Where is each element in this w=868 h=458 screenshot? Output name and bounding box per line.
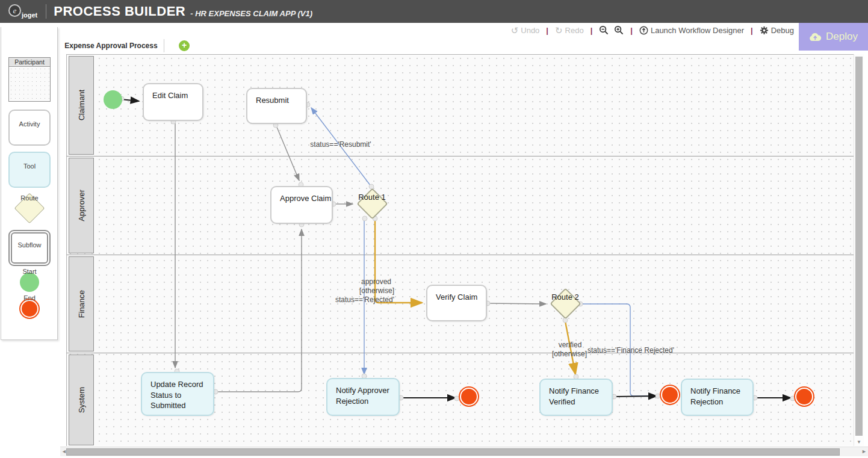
edge-label-finance-rejected-condition: status=='Finance Rejected' bbox=[587, 346, 674, 354]
node-end-1[interactable] bbox=[460, 388, 478, 406]
horizontal-scrollbar-thumb[interactable] bbox=[66, 448, 840, 456]
node-notify-approver-rejection[interactable]: Notify Approver Rejection bbox=[326, 378, 400, 416]
palette-item-end[interactable]: End bbox=[8, 294, 51, 324]
node-edit-claim[interactable]: Edit Claim bbox=[143, 83, 203, 121]
participant-shape bbox=[9, 67, 50, 101]
node-update-record-status[interactable]: Update Record Status to Submitted bbox=[141, 372, 214, 416]
zoom-in-icon bbox=[614, 25, 624, 35]
launch-workflow-designer-button[interactable]: Launch Workflow Designer bbox=[639, 26, 744, 35]
node-verify-claim[interactable]: Verify Claim bbox=[426, 285, 487, 321]
node-start[interactable] bbox=[104, 90, 122, 109]
undo-icon: ↺ bbox=[511, 26, 519, 35]
zoom-in-button[interactable] bbox=[614, 25, 624, 35]
palette-participant-label: Participant bbox=[9, 58, 50, 67]
joget-logo: e joget bbox=[8, 4, 37, 19]
node-end-3[interactable] bbox=[795, 388, 813, 406]
edge-label-rejected-condition: status=='Rejected' bbox=[335, 296, 394, 304]
lane-header-finance[interactable]: Finance bbox=[69, 256, 94, 351]
palette-item-start[interactable]: Start bbox=[8, 268, 51, 296]
launch-icon bbox=[639, 26, 648, 35]
end-circle-shape bbox=[20, 300, 39, 318]
app-subtitle: - HR EXPENSES CLAIM APP (V1) bbox=[190, 9, 312, 18]
node-approve-claim[interactable]: Approve Claim bbox=[270, 186, 333, 224]
header-divider bbox=[46, 4, 46, 19]
deploy-button[interactable]: Deploy bbox=[799, 23, 868, 51]
tab-expense-approval-process[interactable]: Expense Approval Process bbox=[58, 39, 164, 52]
scroll-down-icon[interactable]: ▼ bbox=[857, 439, 861, 445]
edge-label-otherwise-1: [otherwise] bbox=[359, 286, 394, 295]
app-header: e joget PROCESS BUILDER - HR EXPENSES CL… bbox=[0, 0, 868, 23]
palette-item-subflow[interactable]: Subflow bbox=[8, 230, 51, 266]
process-builder-app: e joget PROCESS BUILDER - HR EXPENSES CL… bbox=[0, 0, 868, 458]
edge-label-resubmit-condition: status=='Resubmit' bbox=[310, 140, 371, 149]
joget-logo-icon: e bbox=[8, 4, 21, 17]
process-canvas[interactable]: Claimant Approver Finance System bbox=[66, 54, 854, 446]
palette-item-activity[interactable]: Activity bbox=[8, 110, 51, 146]
vertical-scrollbar-thumb[interactable] bbox=[855, 57, 863, 436]
gear-icon bbox=[760, 26, 769, 35]
undo-button[interactable]: ↺ Undo bbox=[511, 26, 540, 35]
toolbar-separator: | bbox=[749, 26, 754, 35]
debug-button[interactable]: Debug bbox=[760, 26, 794, 35]
toolbar-separator: | bbox=[545, 26, 550, 35]
lane-header-system[interactable]: System bbox=[69, 354, 94, 445]
lane-header-claimant[interactable]: Claimant bbox=[69, 56, 94, 155]
edge-label-verified: verified bbox=[559, 341, 582, 349]
zoom-out-button[interactable] bbox=[599, 25, 609, 35]
plus-icon: + bbox=[182, 40, 187, 50]
process-tab-bar: Expense Approval Process + bbox=[58, 37, 799, 54]
toolbar-separator: | bbox=[589, 26, 594, 35]
toolbar-separator: | bbox=[629, 26, 634, 35]
zoom-out-icon bbox=[599, 25, 609, 35]
start-circle-shape bbox=[20, 273, 39, 292]
page-title: PROCESS BUILDER bbox=[54, 4, 185, 19]
palette-item-route[interactable]: Route bbox=[8, 191, 51, 226]
vertical-scrollbar[interactable]: ▼ bbox=[854, 54, 864, 446]
joget-logo-text: joget bbox=[22, 11, 37, 19]
node-route-2[interactable]: Route 2 bbox=[549, 288, 581, 320]
palette-item-participant[interactable]: Participant bbox=[8, 57, 51, 102]
horizontal-scrollbar[interactable]: ◄ ► bbox=[60, 447, 868, 456]
edge-label-approved: approved bbox=[361, 277, 391, 286]
node-resubmit[interactable]: Resubmit bbox=[246, 88, 307, 124]
node-route-1[interactable]: Route 1 bbox=[356, 188, 388, 220]
edge-label-otherwise-2: [otherwise] bbox=[552, 350, 587, 358]
add-process-button[interactable]: + bbox=[179, 40, 190, 51]
lane-header-approver[interactable]: Approver bbox=[69, 158, 94, 253]
node-notify-finance-verified[interactable]: Notify Finance Verified bbox=[539, 379, 613, 416]
cloud-upload-icon bbox=[809, 32, 822, 42]
shape-palette: Participant Activity Tool Route Subflow … bbox=[1, 27, 58, 340]
node-end-2[interactable] bbox=[661, 386, 679, 404]
palette-item-tool[interactable]: Tool bbox=[8, 152, 51, 188]
toolbar: ↺ Undo | ↻ Redo | | Launch Workflow Desi… bbox=[0, 23, 799, 37]
node-notify-finance-rejection[interactable]: Notify Finance Rejection bbox=[681, 379, 754, 416]
redo-button[interactable]: ↻ Redo bbox=[555, 26, 584, 35]
scroll-right-icon[interactable]: ► bbox=[861, 448, 867, 454]
redo-icon: ↻ bbox=[555, 26, 563, 35]
